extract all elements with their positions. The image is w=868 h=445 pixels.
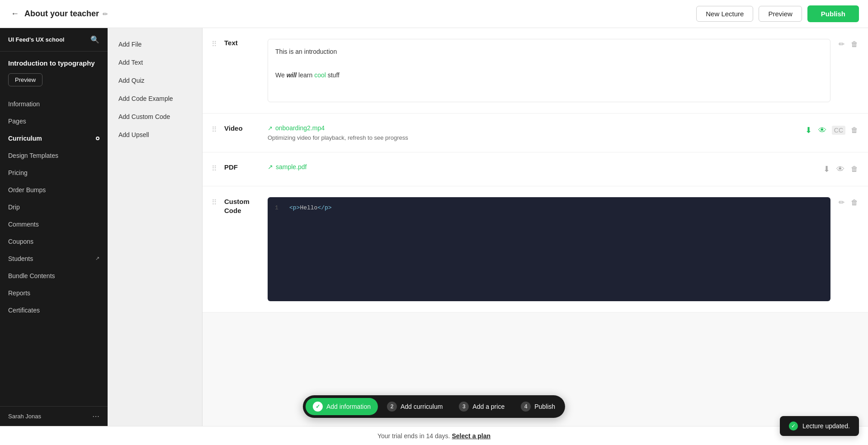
new-lecture-button[interactable]: New Lecture	[696, 6, 753, 22]
text-line-2: We will learn cool stuff	[275, 70, 823, 81]
download-pdf-button[interactable]: ⬇	[822, 163, 831, 175]
sidebar-item-certificates[interactable]: Certificates	[0, 302, 108, 319]
edit-code-button[interactable]: ✏	[838, 197, 845, 208]
step-3-num: 3	[459, 402, 469, 412]
add-code-example-button[interactable]: Add Code Example	[108, 90, 202, 108]
step-3-label: Add a price	[472, 403, 505, 410]
sidebar-item-information[interactable]: Information	[0, 95, 108, 113]
external-link-icon: ↗	[268, 125, 273, 132]
more-options-icon[interactable]: ⋯	[92, 412, 99, 421]
progress-bar: ✓ Add information 2 Add curriculum 3 Add…	[303, 395, 565, 418]
sidebar-item-drip[interactable]: Drip	[0, 199, 108, 216]
sidebar-item-label: Curriculum	[8, 135, 42, 142]
pdf-link[interactable]: ↗ sample.pdf	[268, 163, 815, 170]
sidebar-search-icon[interactable]: 🔍	[90, 35, 99, 44]
video-block: ⠿ Video ↗ onboarding2.mp4 Optimizing vid…	[203, 114, 868, 152]
video-link[interactable]: ↗ onboarding2.mp4	[268, 124, 797, 132]
step-4-num: 4	[521, 402, 531, 412]
bold-text: will	[287, 71, 297, 79]
drag-handle[interactable]: ⠿	[212, 124, 217, 134]
video-block-actions: ⬇ 👁 CC 🗑	[804, 124, 859, 136]
toast-check-icon: ✓	[789, 421, 798, 431]
line-number: 1	[275, 204, 282, 211]
external-link-icon: ↗	[95, 256, 99, 261]
sidebar-item-label: Drip	[8, 204, 20, 211]
add-custom-code-button[interactable]: Add Custom Code	[108, 108, 202, 126]
sidebar-item-label: Bundle Contents	[8, 272, 55, 279]
custom-code-block: ⠿ CustomCode 1 <p>Hello</p> ✏ 🗑	[203, 186, 868, 312]
trial-link[interactable]: Select a plan	[452, 432, 491, 440]
progress-step-4[interactable]: 4 Publish	[514, 398, 562, 415]
text-content-box[interactable]: This is an introduction We will learn co…	[268, 39, 830, 102]
sidebar-item-reports[interactable]: Reports	[0, 284, 108, 302]
progress-step-1[interactable]: ✓ Add information	[306, 398, 378, 415]
sidebar-footer: Sarah Jonas ⋯	[0, 406, 108, 426]
custom-code-label: CustomCode	[224, 197, 260, 215]
sidebar-item-students[interactable]: Students ↗	[0, 250, 108, 267]
download-video-button[interactable]: ⬇	[804, 124, 813, 136]
delete-pdf-button[interactable]: 🗑	[850, 164, 859, 174]
text-block-actions: ✏ 🗑	[838, 39, 859, 49]
edit-text-button[interactable]: ✏	[838, 39, 845, 49]
sidebar-item-coupons[interactable]: Coupons	[0, 233, 108, 250]
publish-button[interactable]: Publish	[807, 5, 859, 22]
preview-video-button[interactable]: 👁	[817, 125, 827, 136]
back-button[interactable]: ←	[9, 7, 21, 20]
video-filename: onboarding2.mp4	[275, 124, 325, 132]
external-link-icon: ↗	[268, 163, 273, 170]
progress-step-2[interactable]: 2 Add curriculum	[380, 398, 450, 415]
sidebar-item-comments[interactable]: Comments	[0, 216, 108, 233]
text-line-1: This is an introduction	[275, 47, 823, 57]
captions-button[interactable]: CC	[832, 126, 845, 135]
highlight-text: cool	[314, 71, 326, 79]
pdf-block-content: ↗ sample.pdf	[268, 163, 815, 170]
text-block: ⠿ Text This is an introduction We will l…	[203, 28, 868, 114]
active-dot	[96, 137, 99, 140]
add-quiz-button[interactable]: Add Quiz	[108, 71, 202, 90]
sidebar: UI Feed's UX school 🔍 Introduction to ty…	[0, 28, 108, 426]
add-text-button[interactable]: Add Text	[108, 53, 202, 71]
sidebar-item-label: Pages	[8, 118, 26, 125]
toast-message: Lecture updated.	[802, 422, 850, 430]
drag-handle[interactable]: ⠿	[212, 197, 217, 207]
sidebar-preview-button[interactable]: Preview	[8, 73, 42, 86]
step-2-num: 2	[387, 402, 397, 412]
text-block-label: Text	[224, 39, 260, 47]
delete-code-button[interactable]: 🗑	[850, 198, 859, 208]
edit-icon[interactable]: ✏	[103, 10, 108, 18]
code-content: <p>Hello</p>	[289, 204, 332, 211]
code-line-1: 1 <p>Hello</p>	[275, 204, 823, 211]
sidebar-item-curriculum[interactable]: Curriculum	[0, 130, 108, 147]
sidebar-item-label: Coupons	[8, 238, 33, 245]
sidebar-item-pages[interactable]: Pages	[0, 113, 108, 130]
sidebar-item-label: Order Bumps	[8, 186, 46, 194]
sidebar-item-label: Reports	[8, 289, 30, 297]
sidebar-item-pricing[interactable]: Pricing	[0, 164, 108, 181]
code-editor[interactable]: 1 <p>Hello</p>	[268, 197, 830, 301]
sidebar-item-design-templates[interactable]: Design Templates	[0, 147, 108, 164]
drag-handle[interactable]: ⠿	[212, 163, 217, 173]
preview-pdf-button[interactable]: 👁	[835, 164, 845, 175]
step-1-num: ✓	[313, 402, 323, 412]
drag-handle[interactable]: ⠿	[212, 39, 217, 48]
sidebar-item-bundle-contents[interactable]: Bundle Contents	[0, 267, 108, 284]
add-panel: Add File Add Text Add Quiz Add Code Exam…	[108, 28, 203, 426]
text-block-content: This is an introduction We will learn co…	[268, 39, 830, 102]
preview-button[interactable]: Preview	[759, 6, 802, 22]
add-file-button[interactable]: Add File	[108, 35, 202, 53]
sidebar-item-label: Information	[8, 100, 40, 108]
delete-video-button[interactable]: 🗑	[850, 125, 859, 135]
progress-step-3[interactable]: 3 Add a price	[452, 398, 512, 415]
sidebar-item-label: Students	[8, 255, 33, 262]
top-header: ← About your teacher ✏ New Lecture Previ…	[0, 0, 868, 28]
pdf-block-label: PDF	[224, 163, 260, 171]
main-layout: UI Feed's UX school 🔍 Introduction to ty…	[0, 28, 868, 426]
sidebar-brand: UI Feed's UX school 🔍	[0, 28, 108, 52]
video-block-content: ↗ onboarding2.mp4 Optimizing video for p…	[268, 124, 797, 141]
add-upsell-button[interactable]: Add Upsell	[108, 126, 202, 144]
sidebar-item-label: Pricing	[8, 169, 28, 176]
sidebar-item-order-bumps[interactable]: Order Bumps	[0, 181, 108, 199]
step-1-label: Add information	[326, 403, 371, 410]
delete-text-button[interactable]: 🗑	[850, 39, 859, 49]
sidebar-item-label: Design Templates	[8, 152, 58, 159]
